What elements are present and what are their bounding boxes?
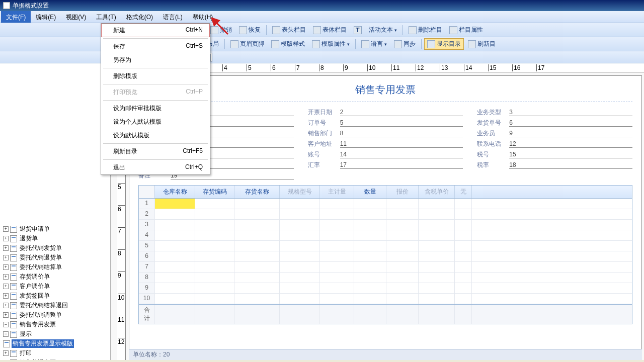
tplstyle-icon bbox=[271, 40, 279, 48]
file-menu-dropdown: 新建Ctrl+N 保存Ctrl+S 另存为 删除模版 打印预览Ctrl+P 设为… bbox=[101, 23, 210, 175]
col-warehouse[interactable]: 仓库名称 bbox=[155, 186, 195, 198]
field-invdate[interactable]: 开票日期2 bbox=[308, 108, 463, 117]
menu-refresh[interactable]: 刷新目录Ctrl+F5 bbox=[101, 145, 210, 158]
field-rate[interactable]: 汇率17 bbox=[308, 161, 463, 169]
grid-row[interactable]: 5 bbox=[139, 241, 632, 251]
grid-header: 仓库名称 存货编码 存货名称 规格型号 主计量 数量 报价 含税单价 无 bbox=[139, 186, 632, 199]
sync-button[interactable]: 同步 bbox=[391, 38, 419, 50]
delcol-button[interactable]: 删除栏目 bbox=[406, 24, 445, 36]
menu-saveas[interactable]: 另存为 bbox=[101, 53, 210, 67]
menu-printpreview[interactable]: 打印预览Ctrl+P bbox=[101, 85, 210, 99]
field-biztype[interactable]: 业务类型3 bbox=[477, 108, 632, 117]
tree-item[interactable]: +退货申请单 bbox=[3, 225, 110, 233]
col-code[interactable]: 存货编码 bbox=[195, 186, 234, 198]
field-shipno[interactable]: 发货单号6 bbox=[477, 119, 632, 127]
grid-row[interactable]: 3 bbox=[139, 220, 632, 230]
bodycol-icon bbox=[313, 26, 321, 34]
grid-row[interactable]: 7 bbox=[139, 262, 632, 273]
menu-setmail[interactable]: 设为邮件审批模版 bbox=[101, 102, 210, 115]
tree-item-print[interactable]: +打印 bbox=[3, 349, 110, 357]
window-title: 单据格式设置 bbox=[13, 2, 49, 10]
menu-file[interactable]: 文件(F) bbox=[1, 11, 31, 23]
menu-help[interactable]: 帮助(H) bbox=[188, 11, 218, 23]
grid-sum-row: 合计 bbox=[139, 304, 632, 324]
field-dept[interactable]: 销售部门8 bbox=[308, 129, 463, 138]
menu-setdefault[interactable]: 设为默认模版 bbox=[101, 129, 210, 142]
field-taxno[interactable]: 税号15 bbox=[477, 150, 632, 159]
field-addr[interactable]: 客户地址11 bbox=[308, 140, 463, 148]
menu-exit[interactable]: 退出Ctrl+Q bbox=[101, 161, 210, 174]
detail-grid[interactable]: 仓库名称 存货编码 存货名称 规格型号 主计量 数量 报价 含税单价 无 123… bbox=[138, 185, 632, 324]
menu-save[interactable]: 保存Ctrl+S bbox=[101, 40, 210, 53]
tree-item[interactable]: +退货单 bbox=[3, 234, 110, 243]
grid-row[interactable]: 4 bbox=[139, 230, 632, 241]
col-qty[interactable]: 数量 bbox=[354, 186, 386, 198]
text-icon: T bbox=[354, 26, 362, 34]
form-header: 发票号1 开票日期2 业务类型3 销售类型4 订单号5 发货单号6 客户简称7 … bbox=[138, 108, 632, 180]
toolbar-1: 恢复 预览 保存▾ 撤销 恢复 表头栏目 表体栏目 T 活动文本▾ 删除栏目 栏… bbox=[0, 23, 644, 37]
refreshdir-button[interactable]: 刷新目 bbox=[465, 38, 499, 50]
tplstyle-button[interactable]: 模版样式 bbox=[268, 38, 308, 50]
undo-button[interactable]: 撤销 bbox=[207, 24, 235, 36]
field-tel[interactable]: 联系电话12 bbox=[477, 140, 632, 148]
tree-item[interactable]: +委托代销结算退回 bbox=[3, 301, 110, 310]
tree-item-selected[interactable]: 销售专用发票显示模版 bbox=[3, 339, 110, 348]
tplprop-icon bbox=[312, 40, 320, 48]
col-none[interactable]: 无 bbox=[455, 186, 472, 198]
tree-item[interactable]: +委托代销发货单 bbox=[3, 244, 110, 252]
menu-setpersonal[interactable]: 设为个人默认模版 bbox=[101, 115, 210, 129]
bodycol-button[interactable]: 表体栏目 bbox=[310, 24, 350, 36]
col-taxprice[interactable]: 含税单价 bbox=[419, 186, 455, 198]
tplprop-button[interactable]: 模版属性▾ bbox=[309, 38, 353, 50]
headerfooter-button[interactable]: 页眉页脚 bbox=[227, 38, 267, 50]
text-tool-button[interactable]: T bbox=[351, 25, 365, 36]
colprop-icon bbox=[449, 26, 457, 34]
lang-button[interactable]: 语言▾ bbox=[358, 38, 390, 50]
tree-item-display[interactable]: −显示 bbox=[3, 330, 110, 338]
menu-tool[interactable]: 工具(T) bbox=[91, 11, 121, 23]
doc-title[interactable]: 销售专用发票 bbox=[138, 81, 632, 102]
acttext-button[interactable]: 活动文本▾ bbox=[366, 24, 400, 36]
tree-item[interactable]: +销售普通发票 bbox=[3, 358, 110, 360]
field-orderno[interactable]: 订单号5 bbox=[308, 119, 463, 127]
field-clerk[interactable]: 业务员9 bbox=[477, 129, 632, 138]
tree-item[interactable]: +存货调价单 bbox=[3, 273, 110, 281]
tree-item-expanded[interactable]: −销售专用发票 bbox=[3, 320, 110, 329]
status-bar: 单位名称：20 bbox=[129, 349, 642, 360]
undo-icon bbox=[210, 26, 218, 34]
menu-edit[interactable]: 编辑(E) bbox=[31, 11, 61, 23]
tree-item[interactable]: +委托代销退货单 bbox=[3, 253, 110, 262]
toolbar-2: 顺序 自动布局 锁定布局 页眉页脚 模版样式 模版属性▾ 语言▾ 同步 显示目录… bbox=[0, 37, 644, 51]
grid-row[interactable]: 10 bbox=[139, 294, 632, 304]
col-unit[interactable]: 主计量 bbox=[320, 186, 354, 198]
showdir-button[interactable]: 显示目录 bbox=[424, 38, 464, 50]
menu-deltpl[interactable]: 删除模版 bbox=[101, 69, 210, 83]
grid-row[interactable]: 2 bbox=[139, 209, 632, 220]
menu-new[interactable]: 新建Ctrl+N bbox=[101, 24, 210, 37]
headcol-icon bbox=[272, 26, 280, 34]
col-spec[interactable]: 规格型号 bbox=[280, 186, 320, 198]
tree-item[interactable]: +委托代销结算单 bbox=[3, 263, 110, 272]
field-taxrate[interactable]: 税率18 bbox=[477, 161, 632, 169]
tree-item[interactable]: +发货签回单 bbox=[3, 292, 110, 300]
grid-row[interactable]: 6 bbox=[139, 251, 632, 262]
headcol-button[interactable]: 表头栏目 bbox=[269, 24, 309, 36]
titlebar: 单据格式设置 bbox=[0, 0, 644, 11]
col-price[interactable]: 报价 bbox=[386, 186, 419, 198]
menubar: 文件(F) 编辑(E) 视图(V) 工具(T) 格式化(O) 语言(L) 帮助(… bbox=[0, 11, 644, 23]
folder-icon bbox=[427, 40, 435, 48]
grid-row[interactable]: 9 bbox=[139, 283, 632, 294]
col-name[interactable]: 存货名称 bbox=[234, 186, 280, 198]
toolbar-3: ▾ bbox=[0, 51, 644, 63]
tree-item[interactable]: +客户调价单 bbox=[3, 282, 110, 291]
template-tree[interactable]: +退货申请单 +退货单 +委托代销发货单 +委托代销退货单 +委托代销结算单 +… bbox=[0, 63, 111, 360]
menu-view[interactable]: 视图(V) bbox=[61, 11, 91, 23]
tree-item[interactable]: +委托代销调整单 bbox=[3, 311, 110, 319]
colprop-button[interactable]: 栏目属性 bbox=[446, 24, 486, 36]
field-acct[interactable]: 账号14 bbox=[308, 150, 463, 159]
redo-button[interactable]: 恢复 bbox=[236, 24, 264, 36]
menu-lang[interactable]: 语言(L) bbox=[158, 11, 188, 23]
grid-row[interactable]: 8 bbox=[139, 273, 632, 283]
menu-format[interactable]: 格式化(O) bbox=[121, 11, 158, 23]
grid-row[interactable]: 1 bbox=[139, 199, 632, 209]
